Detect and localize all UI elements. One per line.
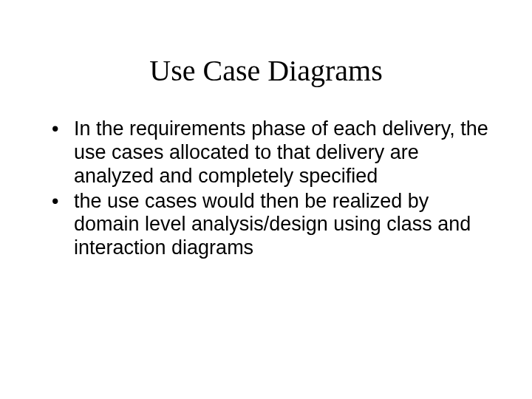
list-item: In the requirements phase of each delive… [52,117,495,188]
slide-body: In the requirements phase of each delive… [30,117,502,260]
slide: Use Case Diagrams In the requirements ph… [0,0,532,399]
bullet-list: In the requirements phase of each delive… [30,117,502,260]
list-item: the use cases would then be realized by … [52,190,495,261]
slide-title: Use Case Diagrams [30,53,502,88]
